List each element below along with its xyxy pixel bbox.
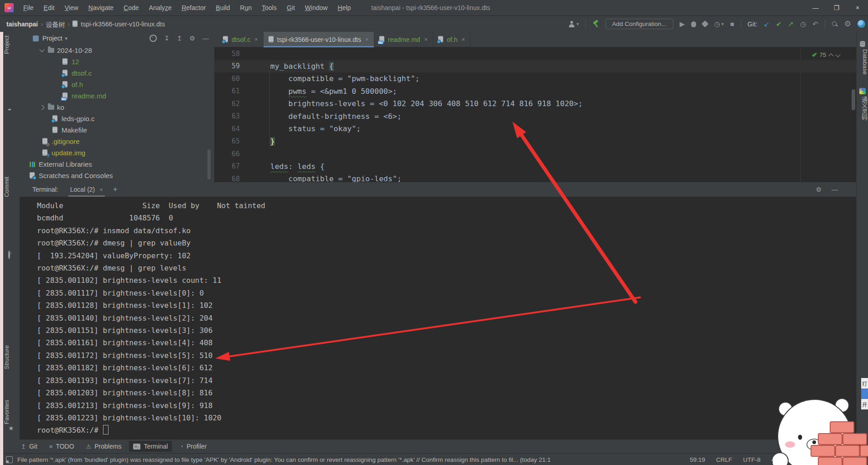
file-encoding[interactable]: UTF-8 bbox=[743, 456, 760, 463]
plugin-ball-icon[interactable] bbox=[858, 20, 865, 28]
code-line-68[interactable]: 68 compatible = "gpio-leds"; bbox=[214, 173, 856, 182]
status-message[interactable]: File pattern '*.apk' (from 'bundled' plu… bbox=[17, 456, 683, 463]
side-widget-cell[interactable]: 开 bbox=[861, 399, 868, 409]
tool-window-tongyi[interactable]: 通义灵码 bbox=[857, 97, 868, 120]
run-button[interactable]: ▶ bbox=[680, 20, 685, 27]
build-hammer-icon[interactable] bbox=[592, 20, 599, 27]
line-separator[interactable]: CRLF bbox=[716, 456, 732, 463]
git-update-button[interactable]: ↙ bbox=[764, 20, 770, 27]
menu-refactor[interactable]: Refactor bbox=[176, 0, 211, 15]
tool-window-commit[interactable]: Commit bbox=[3, 177, 20, 197]
code-line-66[interactable]: 66 bbox=[214, 148, 856, 160]
terminal-output[interactable]: Module Size Used by Not taintedbcmdhd 10… bbox=[20, 197, 856, 439]
menu-tools[interactable]: Tools bbox=[257, 0, 282, 15]
menu-code[interactable]: Code bbox=[119, 0, 144, 15]
caret-position[interactable]: 59:19 bbox=[690, 456, 705, 463]
bottom-tab-terminal[interactable]: >_Terminal bbox=[129, 441, 172, 452]
menu-git[interactable]: Git bbox=[282, 0, 300, 15]
coverage-button[interactable] bbox=[702, 20, 709, 28]
side-mini-widget[interactable]: 打报开 bbox=[861, 378, 868, 409]
expand-all-icon[interactable]: ↧ bbox=[164, 35, 170, 42]
menu-view[interactable]: View bbox=[60, 0, 83, 15]
menu-analyze[interactable]: Analyze bbox=[144, 0, 177, 15]
tool-window-favorites[interactable]: Favorites bbox=[3, 400, 20, 424]
code-line-59[interactable]: 59 my_backlight { bbox=[214, 60, 856, 73]
chevron-right-icon[interactable] bbox=[39, 105, 44, 110]
side-widget-cell[interactable]: 报 bbox=[861, 388, 868, 399]
tool-window-structure[interactable]: Structure bbox=[3, 345, 20, 369]
code-line-60[interactable]: 60 compatible = "pwm-backlight"; bbox=[214, 72, 856, 85]
bottom-tab-todo[interactable]: ≡TODO bbox=[45, 441, 78, 452]
tree-item-2024-10-28[interactable]: 2024-10-28 bbox=[20, 45, 214, 56]
tree-item-gitignore[interactable]: .gitignore bbox=[20, 136, 214, 147]
menu-navigate[interactable]: Navigate bbox=[83, 0, 119, 15]
breadcrumb-folder[interactable]: 设备树 bbox=[46, 20, 65, 29]
ai-assistant-icon[interactable] bbox=[859, 88, 866, 94]
git-push-button[interactable]: ↗ bbox=[788, 20, 794, 27]
close-button[interactable]: × bbox=[847, 0, 868, 15]
close-icon[interactable]: × bbox=[462, 36, 465, 43]
menu-edit[interactable]: Edit bbox=[39, 0, 60, 15]
git-commit-button[interactable]: ✔ bbox=[776, 20, 782, 27]
tree-item-leds-gpio-c[interactable]: leds-gpio.c bbox=[20, 113, 214, 124]
editor-tab-readme-md[interactable]: readme.md× bbox=[374, 32, 433, 47]
history-button[interactable]: ◷ bbox=[800, 20, 806, 27]
code-line-58[interactable]: 58 bbox=[214, 47, 856, 60]
database-icon[interactable] bbox=[860, 41, 865, 47]
menu-window[interactable]: Window bbox=[300, 0, 333, 15]
user-account-button[interactable]: ▾ bbox=[568, 21, 579, 27]
bottom-tab-git[interactable]: ↥Git bbox=[17, 441, 41, 452]
code-line-61[interactable]: 61 pwms = <&pwm1 0 500000>; bbox=[214, 85, 856, 98]
close-icon[interactable]: × bbox=[99, 186, 103, 193]
rollback-button[interactable]: ↶ bbox=[812, 20, 818, 27]
tree-item-makefile[interactable]: Makefile bbox=[20, 124, 214, 136]
stop-button[interactable]: ■ bbox=[730, 20, 734, 27]
menu-help[interactable]: Help bbox=[333, 0, 356, 15]
code-line-65[interactable]: 65 } bbox=[214, 135, 856, 148]
select-opened-file-icon[interactable] bbox=[150, 35, 157, 42]
code-line-67[interactable]: 67 leds: leds { bbox=[214, 160, 856, 173]
code-line-62[interactable]: 62 brightness-levels = <0 102 204 306 40… bbox=[214, 97, 856, 110]
side-widget-cell[interactable]: 打 bbox=[861, 378, 868, 388]
project-tree-scrollbar[interactable] bbox=[207, 149, 211, 179]
minimize-button[interactable]: — bbox=[805, 0, 826, 15]
code-line-64[interactable]: 64 status = "okay"; bbox=[214, 123, 856, 135]
star-icon[interactable]: ★ bbox=[8, 424, 14, 432]
hide-panel-icon[interactable]: — bbox=[832, 186, 838, 193]
bottom-tab-profiler[interactable]: ◔Profiler bbox=[176, 441, 211, 452]
tool-window-database[interactable]: Database bbox=[857, 49, 868, 75]
terminal-tab-local[interactable]: Local (2) × bbox=[68, 182, 105, 197]
new-terminal-button[interactable]: + bbox=[113, 185, 118, 194]
gear-icon[interactable]: ⚙ bbox=[189, 35, 195, 42]
next-problem-icon[interactable] bbox=[836, 52, 841, 57]
terminal-cursor[interactable] bbox=[103, 425, 108, 434]
close-icon[interactable]: × bbox=[424, 36, 428, 43]
close-icon[interactable]: × bbox=[254, 36, 258, 43]
profiler-button[interactable]: ◷ ▾ bbox=[714, 20, 723, 27]
commit-target-icon[interactable] bbox=[8, 251, 10, 258]
chevron-down-icon[interactable] bbox=[39, 47, 44, 52]
add-configuration-button[interactable]: Add Configuration... bbox=[605, 19, 673, 29]
editor-scrollbar[interactable] bbox=[852, 89, 855, 110]
tree-item-update-img[interactable]: update.img bbox=[20, 147, 214, 158]
tree-item-12[interactable]: 12 bbox=[20, 56, 214, 67]
menu-run[interactable]: Run bbox=[235, 0, 257, 15]
inspections-widget[interactable]: ✔✔ 75 bbox=[812, 51, 840, 58]
tree-item-readme-md[interactable]: readme.md bbox=[20, 90, 214, 102]
prev-problem-icon[interactable] bbox=[829, 53, 834, 58]
toolwindow-toggle-icon[interactable] bbox=[6, 456, 13, 463]
close-icon[interactable]: × bbox=[365, 36, 369, 43]
tree-item-scratches-and-consoles[interactable]: Scratches and Consoles bbox=[20, 170, 214, 181]
breadcrumb-file[interactable]: tspi-rk3566-user-v10-linux.dts bbox=[81, 20, 165, 28]
hide-panel-icon[interactable]: — bbox=[202, 35, 209, 42]
editor-tab-dtsof-c[interactable]: dtsof.c× bbox=[218, 32, 264, 47]
menu-file[interactable]: File bbox=[18, 0, 39, 15]
tool-window-project[interactable]: Project bbox=[3, 36, 20, 54]
code-line-63[interactable]: 63 default-brightness = <6>; bbox=[214, 110, 856, 123]
tree-item-ko[interactable]: ko bbox=[20, 102, 214, 113]
editor-tab-of-h[interactable]: of.h× bbox=[433, 32, 470, 47]
gear-icon[interactable]: ⚙ bbox=[816, 186, 822, 193]
menu-build[interactable]: Build bbox=[211, 0, 235, 15]
tree-item-external-libraries[interactable]: External Libraries bbox=[20, 158, 214, 170]
tree-item-of-h[interactable]: of.h bbox=[20, 79, 214, 90]
